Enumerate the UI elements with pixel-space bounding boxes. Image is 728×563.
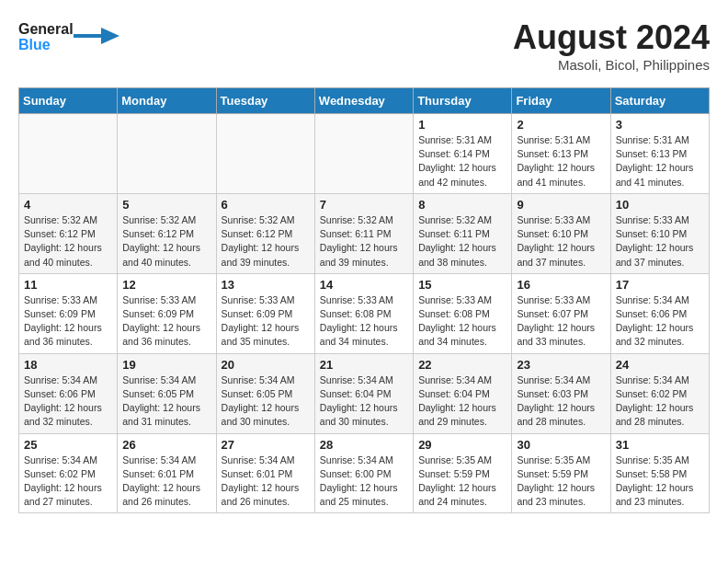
- day-number: 23: [517, 358, 605, 372]
- calendar-cell: 2Sunrise: 5:31 AM Sunset: 6:13 PM Daylig…: [512, 114, 610, 194]
- weekday-header-monday: Monday: [118, 88, 216, 114]
- day-info: Sunrise: 5:33 AM Sunset: 6:10 PM Dayligh…: [616, 213, 704, 270]
- page-header: GeneralBlue August 2024 Masoli, Bicol, P…: [18, 18, 710, 73]
- calendar-week-row: 25Sunrise: 5:34 AM Sunset: 6:02 PM Dayli…: [19, 433, 710, 513]
- calendar-cell: 13Sunrise: 5:33 AM Sunset: 6:09 PM Dayli…: [216, 273, 314, 353]
- day-info: Sunrise: 5:33 AM Sunset: 6:08 PM Dayligh…: [320, 293, 408, 350]
- day-info: Sunrise: 5:32 AM Sunset: 6:11 PM Dayligh…: [418, 213, 506, 270]
- day-number: 1: [418, 118, 506, 132]
- day-number: 25: [24, 438, 112, 452]
- title-section: August 2024 Masoli, Bicol, Philippines: [513, 18, 710, 73]
- day-info: Sunrise: 5:33 AM Sunset: 6:09 PM Dayligh…: [24, 293, 112, 350]
- calendar-cell: 20Sunrise: 5:34 AM Sunset: 6:05 PM Dayli…: [216, 353, 314, 433]
- weekday-header-sunday: Sunday: [19, 88, 118, 114]
- svg-marker-0: [101, 28, 119, 44]
- day-info: Sunrise: 5:34 AM Sunset: 6:05 PM Dayligh…: [222, 373, 310, 430]
- day-number: 20: [222, 358, 310, 372]
- day-info: Sunrise: 5:33 AM Sunset: 6:09 PM Dayligh…: [222, 293, 310, 350]
- day-info: Sunrise: 5:33 AM Sunset: 6:08 PM Dayligh…: [418, 293, 506, 350]
- day-info: Sunrise: 5:34 AM Sunset: 6:06 PM Dayligh…: [616, 293, 704, 350]
- day-info: Sunrise: 5:34 AM Sunset: 6:05 PM Dayligh…: [122, 373, 210, 430]
- day-info: Sunrise: 5:34 AM Sunset: 6:04 PM Dayligh…: [418, 373, 506, 430]
- calendar-cell: 14Sunrise: 5:33 AM Sunset: 6:08 PM Dayli…: [314, 273, 413, 353]
- day-number: 18: [24, 358, 112, 372]
- day-number: 3: [616, 118, 704, 132]
- svg-text:Blue: Blue: [18, 37, 51, 52]
- calendar-cell: 26Sunrise: 5:34 AM Sunset: 6:01 PM Dayli…: [118, 433, 216, 513]
- day-info: Sunrise: 5:34 AM Sunset: 6:01 PM Dayligh…: [222, 454, 310, 510]
- calendar-cell: 25Sunrise: 5:34 AM Sunset: 6:02 PM Dayli…: [19, 433, 118, 513]
- day-number: 12: [122, 278, 210, 292]
- day-number: 29: [418, 438, 506, 452]
- calendar-cell: 29Sunrise: 5:35 AM Sunset: 5:59 PM Dayli…: [414, 433, 512, 513]
- calendar-cell: 23Sunrise: 5:34 AM Sunset: 6:03 PM Dayli…: [512, 353, 610, 433]
- calendar-week-row: 18Sunrise: 5:34 AM Sunset: 6:06 PM Dayli…: [19, 353, 710, 433]
- day-number: 21: [320, 358, 408, 372]
- calendar-cell: 12Sunrise: 5:33 AM Sunset: 6:09 PM Dayli…: [118, 273, 216, 353]
- day-info: Sunrise: 5:32 AM Sunset: 6:12 PM Dayligh…: [222, 213, 310, 270]
- calendar-week-row: 11Sunrise: 5:33 AM Sunset: 6:09 PM Dayli…: [19, 273, 710, 353]
- day-number: 15: [418, 278, 506, 292]
- calendar-cell: 9Sunrise: 5:33 AM Sunset: 6:10 PM Daylig…: [512, 193, 610, 273]
- calendar-cell: 24Sunrise: 5:34 AM Sunset: 6:02 PM Dayli…: [610, 353, 709, 433]
- day-number: 5: [122, 198, 210, 212]
- calendar-cell: 17Sunrise: 5:34 AM Sunset: 6:06 PM Dayli…: [610, 273, 709, 353]
- logo-icon: GeneralBlue: [18, 18, 119, 53]
- day-number: 24: [616, 358, 704, 372]
- day-info: Sunrise: 5:33 AM Sunset: 6:10 PM Dayligh…: [517, 213, 605, 270]
- calendar-cell: 7Sunrise: 5:32 AM Sunset: 6:11 PM Daylig…: [314, 193, 413, 273]
- day-info: Sunrise: 5:35 AM Sunset: 5:59 PM Dayligh…: [418, 454, 506, 510]
- calendar-cell: 5Sunrise: 5:32 AM Sunset: 6:12 PM Daylig…: [118, 193, 216, 273]
- day-number: 11: [24, 278, 112, 292]
- calendar-cell: 3Sunrise: 5:31 AM Sunset: 6:13 PM Daylig…: [610, 114, 709, 194]
- calendar-cell: 18Sunrise: 5:34 AM Sunset: 6:06 PM Dayli…: [19, 353, 118, 433]
- day-number: 17: [616, 278, 704, 292]
- day-number: 22: [418, 358, 506, 372]
- day-number: 6: [222, 198, 310, 212]
- calendar-cell: 28Sunrise: 5:34 AM Sunset: 6:00 PM Dayli…: [314, 433, 413, 513]
- day-number: 7: [320, 198, 408, 212]
- svg-text:General: General: [18, 21, 74, 37]
- logo: GeneralBlue: [18, 18, 119, 53]
- calendar-cell: [216, 114, 314, 194]
- day-info: Sunrise: 5:34 AM Sunset: 6:01 PM Dayligh…: [122, 454, 210, 510]
- calendar-cell: 1Sunrise: 5:31 AM Sunset: 6:14 PM Daylig…: [414, 114, 512, 194]
- calendar-cell: 8Sunrise: 5:32 AM Sunset: 6:11 PM Daylig…: [414, 193, 512, 273]
- weekday-header-saturday: Saturday: [610, 88, 709, 114]
- day-info: Sunrise: 5:34 AM Sunset: 6:04 PM Dayligh…: [320, 373, 408, 430]
- day-info: Sunrise: 5:32 AM Sunset: 6:12 PM Dayligh…: [24, 213, 112, 270]
- day-info: Sunrise: 5:33 AM Sunset: 6:07 PM Dayligh…: [517, 293, 605, 350]
- svg-rect-1: [74, 34, 103, 38]
- day-number: 14: [320, 278, 408, 292]
- day-number: 27: [222, 438, 310, 452]
- day-number: 4: [24, 198, 112, 212]
- day-number: 26: [122, 438, 210, 452]
- day-info: Sunrise: 5:33 AM Sunset: 6:09 PM Dayligh…: [122, 293, 210, 350]
- calendar-cell: 27Sunrise: 5:34 AM Sunset: 6:01 PM Dayli…: [216, 433, 314, 513]
- calendar-cell: 16Sunrise: 5:33 AM Sunset: 6:07 PM Dayli…: [512, 273, 610, 353]
- day-info: Sunrise: 5:34 AM Sunset: 6:06 PM Dayligh…: [24, 373, 112, 430]
- day-number: 10: [616, 198, 704, 212]
- day-number: 13: [222, 278, 310, 292]
- day-info: Sunrise: 5:35 AM Sunset: 5:59 PM Dayligh…: [517, 454, 605, 510]
- location-subtitle: Masoli, Bicol, Philippines: [513, 57, 710, 73]
- weekday-header-row: SundayMondayTuesdayWednesdayThursdayFrid…: [19, 88, 710, 114]
- calendar-cell: 31Sunrise: 5:35 AM Sunset: 5:58 PM Dayli…: [610, 433, 709, 513]
- calendar-cell: 11Sunrise: 5:33 AM Sunset: 6:09 PM Dayli…: [19, 273, 118, 353]
- calendar-cell: 19Sunrise: 5:34 AM Sunset: 6:05 PM Dayli…: [118, 353, 216, 433]
- day-number: 28: [320, 438, 408, 452]
- calendar-cell: 21Sunrise: 5:34 AM Sunset: 6:04 PM Dayli…: [314, 353, 413, 433]
- calendar-cell: [19, 114, 118, 194]
- day-info: Sunrise: 5:31 AM Sunset: 6:13 PM Dayligh…: [616, 133, 704, 190]
- weekday-header-tuesday: Tuesday: [216, 88, 314, 114]
- day-number: 30: [517, 438, 605, 452]
- calendar-cell: 30Sunrise: 5:35 AM Sunset: 5:59 PM Dayli…: [512, 433, 610, 513]
- day-info: Sunrise: 5:31 AM Sunset: 6:13 PM Dayligh…: [517, 133, 605, 190]
- day-number: 9: [517, 198, 605, 212]
- day-number: 31: [616, 438, 704, 452]
- day-info: Sunrise: 5:34 AM Sunset: 6:03 PM Dayligh…: [517, 373, 605, 430]
- calendar-cell: [314, 114, 413, 194]
- weekday-header-friday: Friday: [512, 88, 610, 114]
- day-number: 8: [418, 198, 506, 212]
- day-info: Sunrise: 5:35 AM Sunset: 5:58 PM Dayligh…: [616, 454, 704, 510]
